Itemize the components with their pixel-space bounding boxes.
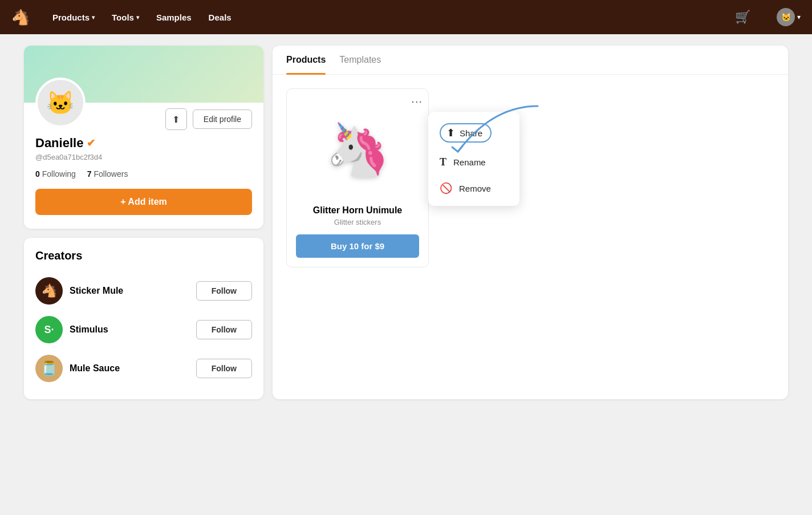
tab-templates[interactable]: Templates bbox=[339, 46, 381, 74]
creator-name: Stimulus bbox=[70, 325, 189, 335]
followers-stat: 7 Followers bbox=[87, 169, 128, 179]
product-image: 🦄 bbox=[296, 98, 419, 201]
profile-handle: @d5ea0a71bc2f3d4 bbox=[35, 153, 252, 161]
tabs: Products Templates bbox=[273, 46, 788, 75]
avatar: 🐴 bbox=[35, 277, 63, 305]
profile-avatar-wrap: 🐱 bbox=[35, 78, 86, 128]
creators-title: Creators bbox=[35, 249, 252, 262]
upload-button[interactable]: ⬆ bbox=[165, 108, 187, 130]
profile-info: Danielle ✔ @d5ea0a71bc2f3d4 0 Following … bbox=[24, 130, 263, 179]
list-item: 🐴 Sticker Mule Follow bbox=[35, 271, 252, 310]
tab-products[interactable]: Products bbox=[286, 46, 326, 74]
following-stat: 0 Following bbox=[35, 169, 76, 179]
profile-card: 🐱 ⬆ Edit profile Danielle ✔ @d5ea0a71bc2… bbox=[24, 46, 263, 229]
remove-icon: 🚫 bbox=[440, 182, 452, 194]
product-menu-button[interactable]: ··· bbox=[411, 95, 423, 108]
profile-name: Danielle ✔ bbox=[35, 136, 252, 151]
chevron-down-icon: ▾ bbox=[797, 13, 801, 21]
follow-button[interactable]: Follow bbox=[196, 320, 252, 339]
rename-menu-item[interactable]: T Rename bbox=[428, 149, 519, 175]
product-subtitle: Glitter stickers bbox=[296, 218, 419, 226]
profile-actions: ⬆ Edit profile bbox=[154, 103, 263, 130]
avatar: 🐱 bbox=[777, 8, 795, 26]
avatar: 🫙 bbox=[35, 355, 63, 382]
main-layout: 🐱 ⬆ Edit profile Danielle ✔ @d5ea0a71bc2… bbox=[13, 34, 799, 411]
list-item: 🫙 Mule Sauce Follow bbox=[35, 349, 252, 388]
nav-products[interactable]: Products ▾ bbox=[52, 13, 95, 22]
profile-stats: 0 Following 7 Followers bbox=[35, 169, 252, 179]
creator-name: Mule Sauce bbox=[70, 363, 189, 374]
follow-button[interactable]: Follow bbox=[196, 281, 252, 301]
product-dropdown-menu: ⬆ Share T Rename 🚫 Remove bbox=[428, 112, 519, 206]
share-icon: ⬆ bbox=[446, 127, 455, 139]
add-item-button[interactable]: + Add item bbox=[35, 189, 252, 215]
products-grid: ··· ⬆ Share T Rename 🚫 bbox=[273, 75, 788, 281]
creator-name: Sticker Mule bbox=[70, 286, 189, 296]
nav-deals[interactable]: Deals bbox=[209, 13, 232, 22]
list-item: S· Stimulus Follow bbox=[35, 310, 252, 349]
nav-samples[interactable]: Samples bbox=[156, 13, 192, 22]
remove-menu-item[interactable]: 🚫 Remove bbox=[428, 175, 519, 201]
chevron-down-icon: ▾ bbox=[136, 14, 139, 21]
avatar: 🐱 bbox=[35, 78, 86, 128]
sidebar: 🐱 ⬆ Edit profile Danielle ✔ @d5ea0a71bc2… bbox=[24, 46, 263, 399]
product-card-inner: 🦄 Glitter Horn Unimule Glitter stickers … bbox=[287, 89, 428, 267]
site-logo: 🐴 bbox=[11, 9, 30, 26]
edit-profile-button[interactable]: Edit profile bbox=[193, 110, 252, 129]
cart-icon[interactable]: 🛒 bbox=[735, 10, 750, 25]
chevron-down-icon: ▾ bbox=[92, 14, 95, 21]
content-area: Products Templates ··· ⬆ Share bbox=[273, 46, 788, 399]
product-name: Glitter Horn Unimule bbox=[296, 205, 419, 216]
share-menu-item[interactable]: ⬆ Share bbox=[428, 116, 519, 149]
user-menu[interactable]: 🐱 ▾ bbox=[777, 8, 801, 26]
navbar: 🐴 Products ▾ Tools ▾ Samples Deals 🛒 🐱 ▾ bbox=[0, 0, 812, 34]
product-thumbnail: 🦄 bbox=[326, 120, 389, 180]
avatar: S· bbox=[35, 316, 63, 343]
rename-icon: T bbox=[440, 156, 446, 168]
buy-button[interactable]: Buy 10 for $9 bbox=[296, 234, 419, 258]
product-card: ··· ⬆ Share T Rename 🚫 bbox=[286, 88, 429, 267]
creators-card: Creators 🐴 Sticker Mule Follow S· Stimul… bbox=[24, 238, 263, 399]
nav-tools[interactable]: Tools ▾ bbox=[112, 13, 139, 22]
verified-badge: ✔ bbox=[87, 137, 95, 149]
follow-button[interactable]: Follow bbox=[196, 359, 252, 378]
